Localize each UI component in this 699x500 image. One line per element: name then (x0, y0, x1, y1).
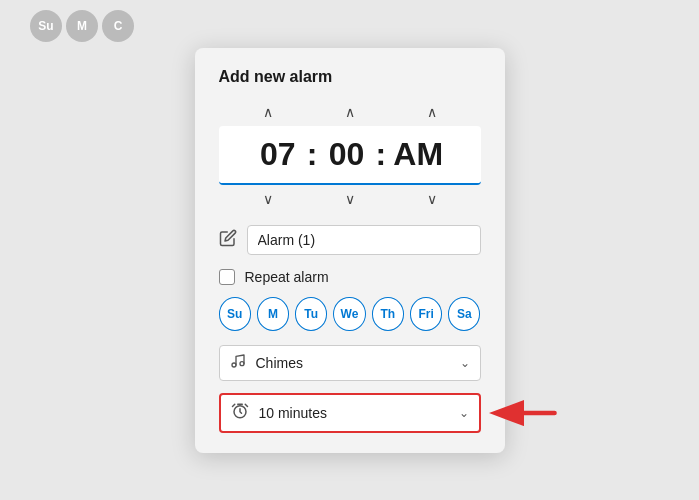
edit-icon (219, 229, 237, 251)
avatar-3: C (102, 10, 134, 42)
snooze-icon (231, 402, 249, 424)
panel-title: Add new alarm (219, 68, 481, 86)
svg-point-0 (232, 363, 236, 367)
add-alarm-panel: Add new alarm ∧ ∧ ∧ 07 : 00 : AM ∨ ∨ ∨ (195, 48, 505, 453)
minutes-display: 00 (320, 136, 374, 173)
minutes-up-button[interactable]: ∧ (335, 102, 365, 122)
ampm-down-button[interactable]: ∨ (417, 189, 447, 209)
background-area: Su M C Add new alarm ∧ ∧ ∧ 07 : 00 : AM … (0, 0, 699, 500)
days-row: Su M Tu We Th Fri Sa (219, 297, 481, 331)
bg-avatars: Su M C (30, 10, 134, 42)
time-display: 07 : 00 : AM (219, 126, 481, 185)
svg-point-1 (240, 361, 244, 365)
time-arrows-top: ∧ ∧ ∧ (219, 102, 481, 122)
ampm-display: AM (388, 136, 448, 173)
day-mo[interactable]: M (257, 297, 289, 331)
alarm-name-input[interactable] (247, 225, 481, 255)
repeat-checkbox[interactable] (219, 269, 235, 285)
time-arrows-bottom: ∨ ∨ ∨ (219, 189, 481, 209)
ampm-up-button[interactable]: ∧ (417, 102, 447, 122)
avatar-2: M (66, 10, 98, 42)
day-we[interactable]: We (333, 297, 365, 331)
colon-2: : (374, 136, 389, 173)
snooze-label: 10 minutes (259, 405, 449, 421)
hours-display: 07 (251, 136, 305, 173)
minutes-down-button[interactable]: ∨ (335, 189, 365, 209)
avatar-1: Su (30, 10, 62, 42)
repeat-row: Repeat alarm (219, 269, 481, 285)
red-arrow-indicator (489, 393, 559, 433)
chimes-dropdown[interactable]: Chimes ⌄ (219, 345, 481, 381)
colon-1: : (305, 136, 320, 173)
hours-up-button[interactable]: ∧ (253, 102, 283, 122)
snooze-dropdown[interactable]: 10 minutes ⌄ (219, 393, 481, 433)
alarm-name-row (219, 225, 481, 255)
snooze-chevron-icon: ⌄ (459, 406, 469, 420)
day-tu[interactable]: Tu (295, 297, 327, 331)
chimes-label: Chimes (256, 355, 450, 371)
music-icon (230, 353, 246, 373)
day-th[interactable]: Th (372, 297, 404, 331)
day-su[interactable]: Su (219, 297, 251, 331)
day-sa[interactable]: Sa (448, 297, 480, 331)
day-fr[interactable]: Fri (410, 297, 442, 331)
time-picker: ∧ ∧ ∧ 07 : 00 : AM ∨ ∨ ∨ (219, 102, 481, 209)
repeat-label: Repeat alarm (245, 269, 329, 285)
chimes-chevron-icon: ⌄ (460, 356, 470, 370)
hours-down-button[interactable]: ∨ (253, 189, 283, 209)
